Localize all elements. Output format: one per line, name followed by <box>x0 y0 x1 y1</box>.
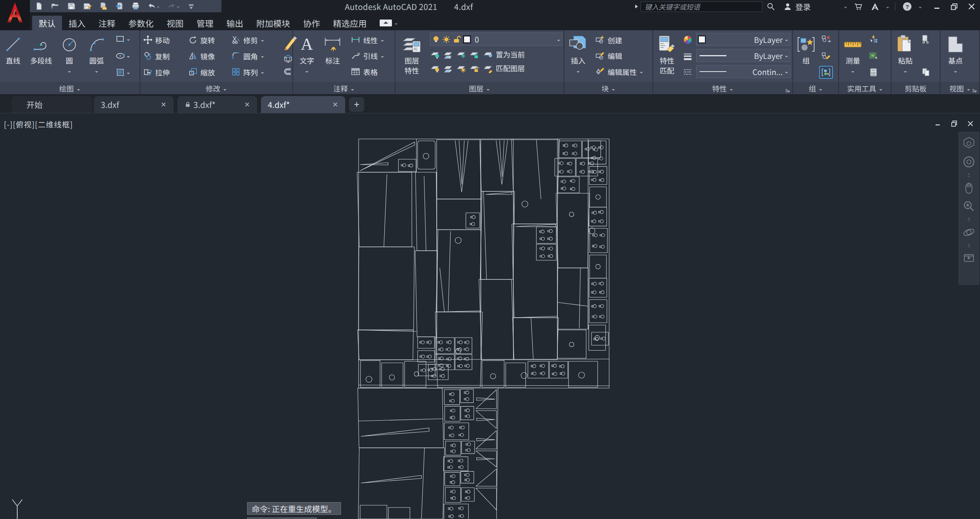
layer-unisolate-button[interactable] <box>443 63 454 73</box>
doc-minimize-button[interactable] <box>933 119 943 128</box>
ribbon-tab-addins[interactable]: 附加模块 <box>250 16 297 30</box>
panel-layers-label[interactable]: 图层 <box>395 82 564 94</box>
arc-button[interactable]: 圆弧 <box>81 31 112 81</box>
search-button[interactable] <box>762 1 779 12</box>
linear-button[interactable]: 线性 <box>349 33 386 47</box>
panel-draw-label[interactable]: 绘图 <box>0 82 139 94</box>
panel-launcher-icon[interactable] <box>972 87 978 93</box>
layer-lock-button[interactable] <box>469 49 480 60</box>
base-point-button[interactable]: 基点 <box>942 31 969 81</box>
rectangle-button[interactable] <box>114 33 131 45</box>
command-line[interactable]: 命令: 正在重生成模型。 <box>247 502 341 515</box>
copy-clip-button[interactable] <box>920 67 932 78</box>
object-color-select[interactable]: ByLayer <box>696 33 790 46</box>
quick-calculator-button[interactable] <box>867 67 880 78</box>
chevron-down-icon[interactable] <box>883 2 892 11</box>
panel-properties-label[interactable]: 特性 <box>653 82 792 94</box>
text-button[interactable]: A文字 <box>295 31 319 81</box>
ungroup-button[interactable] <box>820 33 832 45</box>
search-input[interactable] <box>641 2 762 12</box>
close-tab-icon[interactable] <box>332 101 338 108</box>
sign-in-button[interactable]: 登录 <box>779 1 814 12</box>
save-button[interactable] <box>64 1 78 11</box>
ribbon-tab-insert[interactable]: 插入 <box>62 16 92 30</box>
new-file-button[interactable] <box>32 1 46 11</box>
chevron-down-icon[interactable] <box>916 2 924 11</box>
customize-qat-button[interactable] <box>185 1 198 11</box>
group-edit-button[interactable] <box>820 50 832 62</box>
stretch-button[interactable]: 拉伸 <box>142 66 187 78</box>
object-color-button[interactable] <box>682 34 694 46</box>
copy-button[interactable]: 复制 <box>142 50 187 62</box>
move-button[interactable]: 移动 <box>142 34 187 46</box>
panel-modify-label[interactable]: 修改 <box>140 82 292 94</box>
ribbon-tab-manage[interactable]: 管理 <box>190 16 220 30</box>
doc-close-button[interactable] <box>965 119 975 128</box>
polyline-button[interactable]: 多段线 <box>25 31 57 81</box>
view-controls[interactable]: [俯视] <box>13 119 35 130</box>
close-tab-icon[interactable] <box>244 101 250 108</box>
search-flyout-icon[interactable] <box>634 3 639 10</box>
file-tab-3dxf[interactable]: 3.dxf <box>94 96 174 113</box>
drawing-area[interactable]: [-][俯视][二维线框] 命令: 正在重生成模型。 正在重生成模型。 <box>0 113 980 519</box>
table-button[interactable]: 表格 <box>349 64 386 79</box>
layer-thaw-button[interactable] <box>456 63 467 73</box>
lineweight-select[interactable]: ByLayer <box>696 49 790 62</box>
autodesk-app-button[interactable] <box>867 1 883 12</box>
measure-button[interactable]: 测量 <box>841 31 865 81</box>
ribbon-tab-collaborate[interactable]: 协作 <box>297 16 326 30</box>
match-properties-button[interactable]: 特性匹配 <box>655 31 679 81</box>
file-tab-start[interactable]: 开始 <box>12 96 92 113</box>
ribbon-tab-parametric[interactable]: 参数化 <box>122 16 160 30</box>
open-file-button[interactable] <box>48 1 62 11</box>
edit-attributes-button[interactable]: 编辑属性 <box>593 64 645 79</box>
help-button[interactable]: ? <box>898 1 916 12</box>
cut-button[interactable] <box>920 33 932 45</box>
ribbon-tab-featured-apps[interactable]: 精选应用 <box>326 16 373 30</box>
leader-button[interactable]: 引线 <box>349 49 386 63</box>
minimize-button[interactable] <box>928 0 946 13</box>
set-current-layer-button[interactable]: 置为当前 <box>482 49 526 60</box>
file-tab-4dxf[interactable]: 4.dxf* <box>261 96 345 113</box>
lineweight-button[interactable] <box>682 51 694 62</box>
rotate-button[interactable]: 旋转 <box>187 34 230 46</box>
application-menu-button[interactable] <box>0 0 30 30</box>
open-from-web-button[interactable] <box>97 1 110 11</box>
dimension-button[interactable]: 标注 <box>319 31 346 81</box>
close-tab-icon[interactable] <box>161 101 167 108</box>
trim-button[interactable]: 修剪 <box>230 34 279 46</box>
hatch-button[interactable] <box>114 67 131 78</box>
layer-freeze-button[interactable] <box>456 49 467 60</box>
array-button[interactable]: 阵列 <box>230 66 279 78</box>
panel-group-label[interactable]: 组 <box>793 82 838 94</box>
file-tab-3dxf-locked[interactable]: 3.dxf* <box>177 96 257 113</box>
group-selection-toggle-button[interactable] <box>820 67 832 78</box>
viewport-controls[interactable]: [-] <box>4 119 13 130</box>
chevron-down-icon[interactable] <box>394 18 398 28</box>
circle-button[interactable]: 圆 <box>57 31 81 81</box>
mirror-button[interactable]: 镜像 <box>187 50 230 62</box>
close-button[interactable] <box>963 0 980 13</box>
layer-select[interactable]: 0 <box>430 33 562 46</box>
ellipse-button[interactable] <box>114 50 131 62</box>
group-button[interactable]: 组 <box>795 31 818 81</box>
edit-block-button[interactable]: 编辑 <box>593 49 645 63</box>
linetype-button[interactable] <box>682 67 694 78</box>
panel-launcher-icon[interactable] <box>785 87 791 93</box>
layer-unlock-button[interactable] <box>469 63 480 73</box>
command-line-history[interactable]: 正在重生成模型。 <box>247 517 317 519</box>
panel-clipboard-label[interactable]: 剪贴板 <box>892 82 940 94</box>
save-as-button[interactable] <box>80 1 94 11</box>
undo-button[interactable] <box>145 1 162 11</box>
navigation-bar[interactable] <box>959 132 979 285</box>
create-block-button[interactable]: 创建 <box>593 33 645 47</box>
chevron-down-icon[interactable] <box>841 2 850 11</box>
linetype-select[interactable]: Contin... <box>696 65 790 78</box>
app-store-button[interactable] <box>850 1 867 12</box>
layer-on-button[interactable] <box>430 63 441 73</box>
match-layer-button[interactable]: 匹配图层 <box>482 62 526 73</box>
new-drawing-tab-button[interactable] <box>349 97 364 112</box>
fillet-button[interactable]: 圆角 <box>230 50 279 62</box>
panel-utilities-label[interactable]: 实用工具 <box>839 82 891 94</box>
quick-select-button[interactable] <box>867 33 880 45</box>
